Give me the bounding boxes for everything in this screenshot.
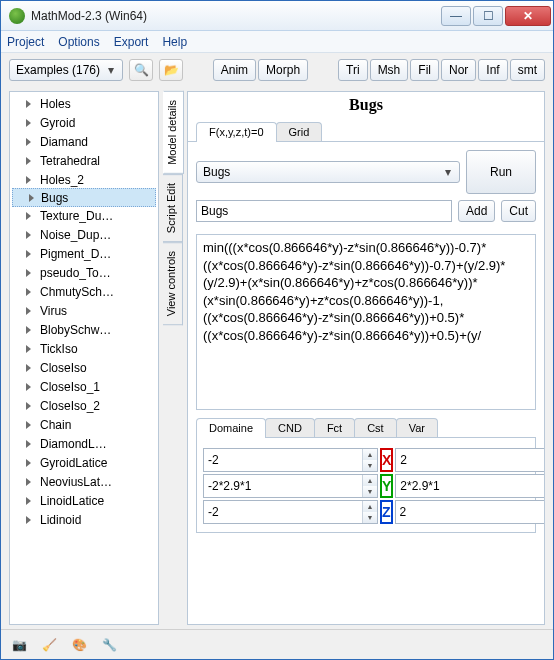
spin-down-icon[interactable]: ▼ — [363, 486, 377, 497]
open-folder-button[interactable]: 📂 — [159, 59, 183, 81]
menu-export[interactable]: Export — [114, 35, 149, 49]
tree-item[interactable]: CloseIso — [10, 358, 158, 377]
expand-icon — [26, 440, 31, 448]
x-max-input[interactable] — [396, 449, 545, 471]
tree-item[interactable]: Tetrahedral — [10, 151, 158, 170]
tree-item[interactable]: NeoviusLat… — [10, 472, 158, 491]
tree-item[interactable]: Pigment_D… — [10, 244, 158, 263]
tree-item[interactable]: Bugs — [12, 188, 156, 207]
tab-domaine[interactable]: Domaine — [196, 418, 266, 438]
tab-model-details[interactable]: Model details — [163, 91, 184, 174]
formula-text[interactable]: min(((x*cos(0.866646*y)-z*sin(0.866646*y… — [196, 234, 536, 410]
spin-up-icon[interactable]: ▲ — [363, 475, 377, 486]
smt-button[interactable]: smt — [510, 59, 545, 81]
camera-icon: 📷 — [12, 638, 27, 652]
nor-button[interactable]: Nor — [441, 59, 476, 81]
tree-item[interactable]: ChmutySch… — [10, 282, 158, 301]
tab-script-edit[interactable]: Script Edit — [163, 174, 183, 242]
spin-up-icon[interactable]: ▲ — [363, 501, 377, 512]
wrench-icon: 🔧 — [102, 638, 117, 652]
tree-item[interactable]: Chain — [10, 415, 158, 434]
spin-up-icon[interactable]: ▲ — [363, 449, 377, 460]
spin-down-icon[interactable]: ▼ — [363, 460, 377, 471]
tree-item[interactable]: CloseIso_2 — [10, 396, 158, 415]
y-min-input[interactable] — [204, 475, 362, 497]
tree-item[interactable]: pseudo_To… — [10, 263, 158, 282]
tree-item[interactable]: Holes — [10, 94, 158, 113]
tree-item[interactable]: Noise_Dup… — [10, 225, 158, 244]
tab-fxyz[interactable]: F(x,y,z,t)=0 — [196, 122, 277, 142]
x-max-spinner[interactable]: ▲▼ — [395, 448, 545, 472]
z-max-input[interactable] — [396, 501, 545, 523]
screenshot-button[interactable]: 📷 — [9, 635, 29, 655]
run-button[interactable]: Run — [466, 150, 536, 194]
expand-icon — [26, 497, 31, 505]
tree-item[interactable]: BlobySchw… — [10, 320, 158, 339]
x-min-input[interactable] — [204, 449, 362, 471]
expand-icon — [26, 516, 31, 524]
tree-item[interactable]: Holes_2 — [10, 170, 158, 189]
fil-button[interactable]: Fil — [410, 59, 439, 81]
expand-icon — [26, 212, 31, 220]
tri-button[interactable]: Tri — [338, 59, 368, 81]
inf-button[interactable]: Inf — [478, 59, 507, 81]
tree-item[interactable]: CloseIso_1 — [10, 377, 158, 396]
z-min-input[interactable] — [204, 501, 362, 523]
examples-tree[interactable]: HolesGyroidDiamandTetrahedralHoles_2Bugs… — [9, 91, 159, 625]
tree-item-label: DiamondL… — [40, 437, 107, 451]
expand-icon — [26, 307, 31, 315]
examples-combo[interactable]: Examples (176) ▾ — [9, 59, 123, 81]
spin-down-icon[interactable]: ▼ — [363, 512, 377, 523]
morph-button[interactable]: Morph — [258, 59, 308, 81]
shape-select[interactable]: Bugs ▾ — [196, 161, 460, 183]
expand-icon — [26, 345, 31, 353]
cut-button[interactable]: Cut — [501, 200, 536, 222]
tree-item-label: Gyroid — [40, 116, 75, 130]
tree-item[interactable]: Diamand — [10, 132, 158, 151]
tool-a-button[interactable]: 🧹 — [39, 635, 59, 655]
tree-item[interactable]: TickIso — [10, 339, 158, 358]
expand-icon — [26, 383, 31, 391]
tree-item-label: Holes_2 — [40, 173, 84, 187]
maximize-button[interactable]: ☐ — [473, 6, 503, 26]
tool-c-button[interactable]: 🔧 — [99, 635, 119, 655]
tree-item[interactable]: Gyroid — [10, 113, 158, 132]
tab-grid[interactable]: Grid — [276, 122, 323, 141]
menu-help[interactable]: Help — [162, 35, 187, 49]
tab-cst[interactable]: Cst — [354, 418, 397, 437]
expand-icon — [26, 364, 31, 372]
tab-fct[interactable]: Fct — [314, 418, 355, 437]
z-min-spinner[interactable]: ▲▼ — [203, 500, 378, 524]
tree-item[interactable]: LinoidLatice — [10, 491, 158, 510]
tree-item[interactable]: Lidinoid — [10, 510, 158, 529]
expand-icon — [26, 402, 31, 410]
expand-icon — [26, 231, 31, 239]
x-min-spinner[interactable]: ▲▼ — [203, 448, 378, 472]
tree-item-label: ChmutySch… — [40, 285, 114, 299]
tab-cnd[interactable]: CND — [265, 418, 315, 437]
y-max-spinner[interactable]: ▲▼ — [395, 474, 545, 498]
menubar: Project Options Export Help — [1, 31, 553, 53]
add-button[interactable]: Add — [458, 200, 495, 222]
z-max-spinner[interactable]: ▲▼ — [395, 500, 545, 524]
menu-options[interactable]: Options — [58, 35, 99, 49]
menu-project[interactable]: Project — [7, 35, 44, 49]
tree-item[interactable]: Virus — [10, 301, 158, 320]
tree-item[interactable]: DiamondL… — [10, 434, 158, 453]
y-max-input[interactable] — [396, 475, 545, 497]
tree-item-label: Chain — [40, 418, 71, 432]
tree-item[interactable]: Texture_Du… — [10, 206, 158, 225]
msh-button[interactable]: Msh — [370, 59, 409, 81]
titlebar: MathMod-2.3 (Win64) — ☐ ✕ — [1, 1, 553, 31]
tab-view-controls[interactable]: View controls — [163, 242, 183, 325]
close-button[interactable]: ✕ — [505, 6, 551, 26]
shape-name-input[interactable] — [196, 200, 452, 222]
tool-b-button[interactable]: 🎨 — [69, 635, 89, 655]
minimize-button[interactable]: — — [441, 6, 471, 26]
tree-item[interactable]: GyroidLatice — [10, 453, 158, 472]
y-min-spinner[interactable]: ▲▼ — [203, 474, 378, 498]
tab-var[interactable]: Var — [396, 418, 438, 437]
search-button[interactable]: 🔍 — [129, 59, 153, 81]
expand-icon — [26, 326, 31, 334]
anim-button[interactable]: Anim — [213, 59, 256, 81]
